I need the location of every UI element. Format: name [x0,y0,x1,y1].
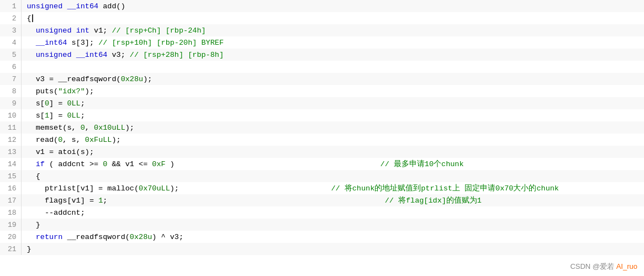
table-row: 20 return __readfsqword(0x28u) ^ v3; [0,231,644,243]
code-content: s[0] = 0LL; [21,97,644,109]
code-content: --addcnt; [21,206,644,219]
code-container: 1unsigned __int64 add()2{3 unsigned int … [0,0,644,276]
code-content: puts("idx?"); [21,85,644,97]
table-row: 2{ [0,12,644,24]
code-content: ptrlist[v1] = malloc(0x70uLL); // 将chunk… [21,182,644,194]
line-number: 19 [0,219,21,231]
code-content: return __readfsqword(0x28u) ^ v3; [21,231,644,243]
line-number: 14 [0,158,21,170]
table-row: 19 } [0,219,644,231]
line-number: 9 [0,97,21,109]
line-number: 17 [0,194,21,206]
line-number: 5 [0,49,21,61]
table-row: 4 __int64 s[3]; // [rsp+10h] [rbp-20h] B… [0,36,644,49]
line-number: 11 [0,121,21,134]
table-row: 14 if ( addcnt >= 0 && v1 <= 0xF ) // 最多… [0,158,644,170]
table-row: 11 memset(s, 0, 0x10uLL); [0,121,644,134]
code-content: flags[v1] = 1; // 将flag[idx]的值赋为1 [21,194,644,206]
table-row: 8 puts("idx?"); [0,85,644,97]
table-row: 15 { [0,170,644,182]
line-number: 21 [0,243,21,255]
line-number: 2 [0,12,21,24]
code-content: unsigned int v1; // [rsp+Ch] [rbp-24h] [21,24,644,36]
table-row: 9 s[0] = 0LL; [0,97,644,109]
code-content: s[1] = 0LL; [21,109,644,121]
code-content: if ( addcnt >= 0 && v1 <= 0xF ) // 最多申请1… [21,158,644,170]
code-content: v1 = atoi(s); [21,146,644,158]
line-number: 15 [0,170,21,182]
watermark: CSDN @爱若 AI_ruo [570,262,637,272]
code-table: 1unsigned __int64 add()2{3 unsigned int … [0,0,644,255]
line-number: 20 [0,231,21,243]
code-content: unsigned __int64 v3; // [rsp+28h] [rbp-8… [21,49,644,61]
line-number: 12 [0,134,21,146]
table-row: 3 unsigned int v1; // [rsp+Ch] [rbp-24h] [0,24,644,36]
table-row: 13 v1 = atoi(s); [0,146,644,158]
code-content: { [21,12,644,24]
line-number: 10 [0,109,21,121]
table-row: 5 unsigned __int64 v3; // [rsp+28h] [rbp… [0,49,644,61]
line-number: 1 [0,0,21,12]
table-row: 12 read(0, s, 0xFuLL); [0,134,644,146]
table-row: 7 v3 = __readfsqword(0x28u); [0,73,644,85]
code-content: v3 = __readfsqword(0x28u); [21,73,644,85]
line-number: 8 [0,85,21,97]
code-content: memset(s, 0, 0x10uLL); [21,121,644,134]
table-row: 21} [0,243,644,255]
watermark-name: AI_ruo [616,262,637,270]
line-number: 16 [0,182,21,194]
line-number: 6 [0,61,21,73]
line-number: 4 [0,36,21,49]
code-content: __int64 s[3]; // [rsp+10h] [rbp-20h] BYR… [21,36,644,49]
table-row: 10 s[1] = 0LL; [0,109,644,121]
code-content: { [21,170,644,182]
code-content [21,61,644,73]
line-number: 13 [0,146,21,158]
line-number: 18 [0,206,21,219]
code-content: unsigned __int64 add() [21,0,644,12]
line-number: 7 [0,73,21,85]
watermark-csdn: CSDN @爱若 [570,262,616,270]
table-row: 6 [0,61,644,73]
line-number: 3 [0,24,21,36]
code-content: } [21,219,644,231]
table-row: 16 ptrlist[v1] = malloc(0x70uLL); // 将ch… [0,182,644,194]
code-content: } [21,243,644,255]
table-row: 1unsigned __int64 add() [0,0,644,12]
table-row: 17 flags[v1] = 1; // 将flag[idx]的值赋为1 [0,194,644,206]
code-content: read(0, s, 0xFuLL); [21,134,644,146]
table-row: 18 --addcnt; [0,206,644,219]
